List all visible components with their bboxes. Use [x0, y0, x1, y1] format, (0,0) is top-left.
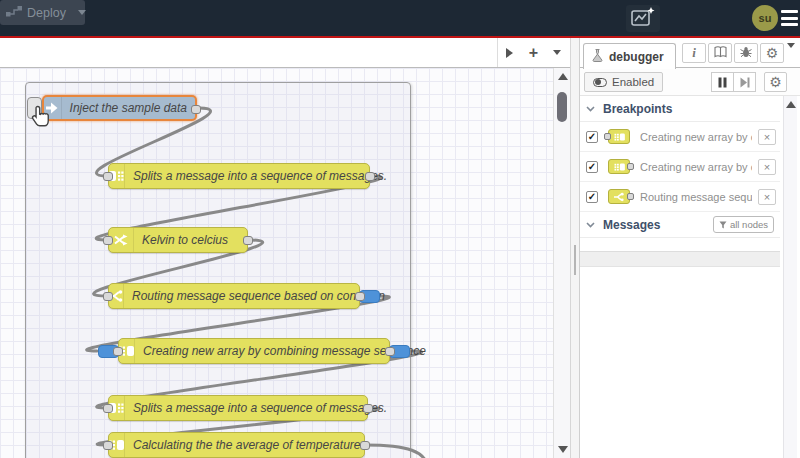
breakpoint-row: ✓ Creating new array by combining messag…	[580, 122, 780, 152]
messages-empty-area	[580, 238, 780, 252]
gear-icon: ⚙	[769, 75, 782, 89]
step-icon	[740, 77, 750, 88]
step-button[interactable]	[733, 72, 756, 92]
deploy-button[interactable]: Deploy	[0, 0, 85, 25]
assistant-icon	[630, 6, 656, 32]
canvas-vertical-scrollbar[interactable]	[553, 68, 570, 458]
settings-tab-button[interactable]: ⚙	[760, 43, 784, 63]
pause-icon	[718, 77, 727, 88]
output-port[interactable]	[360, 441, 370, 450]
funnel-icon	[719, 221, 727, 229]
output-port-icon	[627, 193, 634, 200]
node-join-2[interactable]: Calculating the the average of temperatu…	[108, 432, 365, 458]
sidebar-tabbar: debugger i	[580, 38, 800, 68]
output-port[interactable]	[385, 347, 395, 356]
tab-debugger-label: debugger	[609, 50, 664, 64]
remove-breakpoint-button[interactable]: ×	[758, 129, 776, 145]
triangle-right-icon	[506, 48, 513, 58]
message-filter-button[interactable]: all nodes	[713, 216, 774, 233]
scroll-tabs-right-button[interactable]	[499, 42, 521, 64]
debug-tab-button[interactable]	[734, 43, 758, 63]
breakpoint-label: Routing message sequence based on condit…	[640, 191, 752, 203]
deploy-caret-icon[interactable]	[78, 10, 86, 15]
flow-tabbar: +	[0, 38, 570, 68]
output-port-icon	[627, 163, 634, 170]
input-port[interactable]	[103, 441, 113, 450]
sidebar-scrollbar[interactable]	[783, 96, 797, 458]
input-port[interactable]	[103, 292, 113, 301]
input-port[interactable]	[103, 236, 113, 245]
filter-label: all nodes	[730, 219, 768, 230]
mini-join-node-icon	[608, 159, 630, 174]
output-port[interactable]	[355, 292, 365, 301]
messages-footer-band	[580, 252, 780, 267]
node-split-2[interactable]: Splits a message into a sequence of mess…	[108, 395, 368, 421]
workspace: +	[0, 38, 570, 458]
debugger-settings-button[interactable]: ⚙	[764, 72, 787, 92]
remove-breakpoint-button[interactable]: ×	[758, 159, 776, 175]
scroll-down-icon[interactable]	[558, 446, 568, 453]
enabled-label: Enabled	[612, 76, 654, 88]
flow-tabbar-tools: +	[497, 38, 569, 67]
breakpoint-checkbox[interactable]: ✓	[586, 161, 598, 173]
scroll-up-icon[interactable]	[786, 101, 796, 108]
bug-icon	[740, 44, 752, 62]
book-icon	[714, 44, 727, 62]
input-port[interactable]	[103, 404, 113, 413]
scroll-up-icon[interactable]	[558, 73, 568, 80]
main-menu-button[interactable]	[781, 10, 798, 26]
hamburger-icon	[781, 10, 798, 13]
flow-list-button[interactable]	[546, 42, 568, 64]
input-port-icon	[604, 133, 611, 140]
debugger-enabled-toggle[interactable]: Enabled	[584, 72, 663, 92]
debugger-toolbar: Enabled ⚙	[580, 68, 800, 96]
node-change[interactable]: Kelvin to celcius	[108, 227, 248, 253]
flow-canvas[interactable]: Inject the sample data Spl	[0, 68, 554, 458]
sidebar-splitter[interactable]	[570, 38, 580, 458]
node-split-1[interactable]: Splits a message into a sequence of mess…	[108, 163, 370, 189]
assistant-button[interactable]	[626, 5, 660, 32]
add-flow-button[interactable]: +	[522, 42, 544, 64]
plus-icon: +	[529, 45, 538, 61]
output-port[interactable]	[363, 404, 373, 413]
pause-button[interactable]	[711, 72, 734, 92]
mini-switch-node-icon	[608, 189, 630, 204]
input-port[interactable]	[113, 347, 123, 356]
breakpoint-label: Creating new array by combining message …	[640, 161, 752, 173]
node-label: Calculating the the average of temperatu…	[125, 433, 368, 457]
node-join-1[interactable]: Creating new array by combining message …	[118, 338, 390, 364]
node-switch[interactable]: Routing message sequence based on condit…	[108, 283, 360, 309]
output-port[interactable]	[243, 236, 253, 245]
app-header: Deploy su	[0, 0, 800, 36]
breakpoint-checkbox[interactable]: ✓	[586, 131, 598, 143]
sidebar-menu-button[interactable]	[787, 48, 795, 66]
node-label: Kelvin to celcius	[134, 228, 236, 252]
gear-icon: ⚙	[766, 46, 779, 60]
sidebar: debugger i	[580, 38, 800, 458]
splitter-handle	[574, 245, 576, 275]
info-tab-button[interactable]: i	[682, 43, 706, 63]
breakpoint-label: Creating new array by combining message …	[640, 131, 752, 143]
section-messages-header[interactable]: Messages all nodes	[580, 212, 780, 238]
node-inject[interactable]: Inject the sample data	[42, 95, 197, 121]
help-tab-button[interactable]	[708, 43, 732, 63]
tab-debugger[interactable]: debugger	[583, 43, 676, 69]
debugger-sections: Breakpoints ✓ Creating new array by comb…	[580, 96, 780, 267]
output-port[interactable]	[365, 172, 375, 181]
breakpoints-title: Breakpoints	[603, 102, 672, 116]
deploy-label: Deploy	[27, 6, 66, 20]
remove-breakpoint-button[interactable]: ×	[758, 189, 776, 205]
info-icon: i	[692, 45, 696, 61]
input-port[interactable]	[103, 172, 113, 181]
chevron-down-icon	[586, 106, 595, 112]
breakpoint-checkbox[interactable]: ✓	[586, 191, 598, 203]
node-label: Splits a message into a sequence of mess…	[125, 164, 395, 188]
flask-icon	[592, 48, 603, 66]
user-avatar[interactable]: su	[752, 5, 778, 31]
mini-join-node-icon	[608, 129, 630, 144]
wire-join2-out	[365, 445, 428, 458]
scrollbar-thumb[interactable]	[557, 92, 567, 122]
breakpoint-row: ✓ Creating new array by combining messag…	[580, 152, 780, 182]
output-port[interactable]	[191, 105, 201, 114]
section-breakpoints-header[interactable]: Breakpoints	[580, 96, 780, 122]
